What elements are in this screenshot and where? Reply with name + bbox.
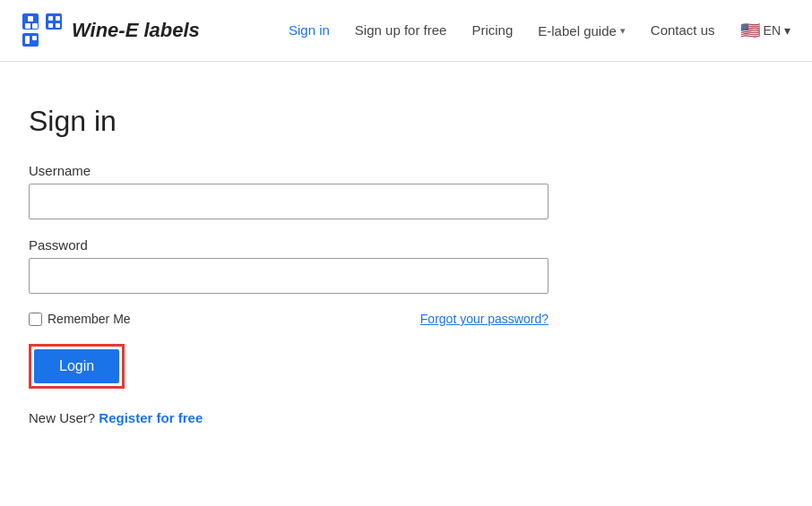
nav-item-lang[interactable]: 🇺🇸 EN ▾ (740, 21, 790, 40)
lang-chevron-icon: ▾ (784, 23, 790, 38)
username-input[interactable] (29, 184, 549, 219)
flag-icon: 🇺🇸 (740, 21, 760, 40)
login-button-wrapper: Login (29, 344, 125, 389)
username-group: Username (29, 163, 599, 219)
svg-rect-11 (32, 36, 37, 40)
new-user-row: New User? Register for free (29, 410, 599, 425)
chevron-down-icon: ▾ (620, 25, 626, 37)
password-input[interactable] (29, 258, 549, 294)
new-user-text: New User? (29, 410, 95, 425)
remember-forgot-row: Remember Me Forgot your password? (29, 312, 549, 326)
password-group: Password (29, 237, 599, 294)
elabel-dropdown[interactable]: E-label guide ▾ (538, 23, 626, 39)
contact-link[interactable]: Contact us (651, 22, 715, 38)
pricing-link[interactable]: Pricing (471, 22, 513, 38)
nav-links: Sign in Sign up for free Pricing E-label… (289, 21, 790, 40)
remember-me-checkbox[interactable] (29, 313, 42, 326)
nav-item-signin[interactable]: Sign in (289, 22, 330, 39)
username-label: Username (29, 163, 599, 178)
signin-link[interactable]: Sign in (289, 22, 330, 38)
logo-text: Wine-E labels (72, 19, 200, 42)
remember-me-group: Remember Me (29, 312, 131, 326)
nav-item-signup[interactable]: Sign up for free (355, 22, 447, 39)
svg-rect-5 (48, 16, 53, 21)
page-title: Sign in (29, 105, 599, 138)
login-button[interactable]: Login (34, 349, 119, 383)
logo-icon (22, 13, 65, 48)
svg-rect-2 (25, 23, 30, 29)
svg-rect-10 (25, 36, 30, 44)
signup-link[interactable]: Sign up for free (355, 22, 447, 38)
svg-rect-6 (56, 16, 60, 21)
svg-rect-1 (28, 16, 33, 21)
logo[interactable]: Wine-E labels (22, 13, 200, 48)
language-selector[interactable]: 🇺🇸 EN ▾ (740, 21, 790, 40)
main-content: Sign in Username Password Remember Me Fo… (0, 62, 627, 468)
svg-rect-8 (56, 23, 60, 28)
navbar: Wine-E labels Sign in Sign up for free P… (0, 0, 812, 62)
nav-item-elabel[interactable]: E-label guide ▾ (538, 23, 626, 39)
nav-item-contact[interactable]: Contact us (651, 22, 715, 39)
remember-me-label: Remember Me (48, 312, 131, 326)
lang-code: EN (764, 23, 781, 38)
register-link[interactable]: Register for free (99, 410, 203, 425)
svg-rect-3 (32, 23, 38, 29)
nav-item-pricing[interactable]: Pricing (471, 22, 513, 39)
svg-rect-7 (48, 23, 53, 28)
password-label: Password (29, 237, 599, 253)
forgot-password-link[interactable]: Forgot your password? (420, 312, 549, 326)
